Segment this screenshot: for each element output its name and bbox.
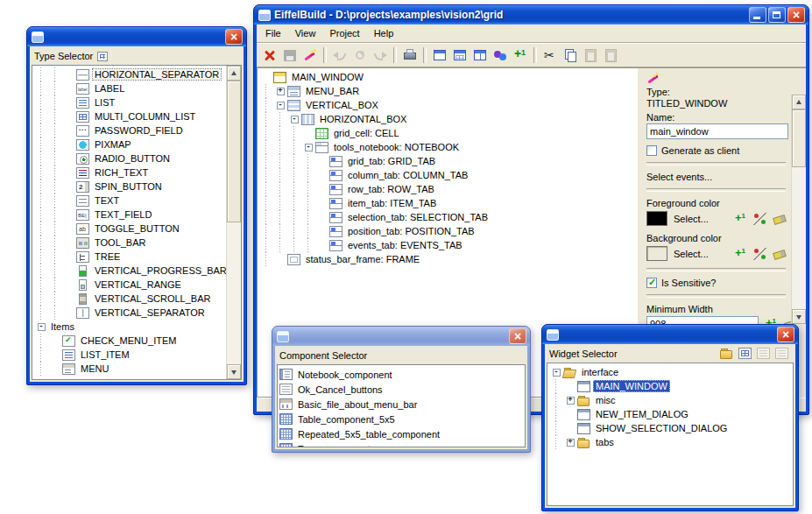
copy-button[interactable] — [561, 46, 580, 65]
tree-item-main-window[interactable]: MAIN_WINDOW — [547, 379, 793, 393]
tree-item-vertical-box[interactable]: -VERTICAL_BOX — [258, 98, 638, 112]
scroll-down-button[interactable] — [227, 364, 241, 379]
scroll-thumb[interactable] — [792, 109, 806, 167]
tree-item-multi-column-list[interactable]: MULTI_COLUMN_LIST — [32, 109, 226, 123]
expander-plus[interactable]: + — [273, 88, 287, 95]
tree-item-list-item[interactable]: LIST_ITEM — [32, 348, 226, 362]
debug-objects-button[interactable] — [491, 46, 510, 65]
expander-minus[interactable]: - — [301, 144, 315, 151]
list-item-basic-file-about-menu-bar[interactable]: Basic_file_about_menu_bar — [278, 397, 525, 412]
eraser-icon[interactable] — [773, 248, 786, 260]
expander-plus[interactable]: + — [563, 439, 577, 447]
tree-item-toggle-button[interactable]: TOGGLE_BUTTON — [32, 222, 226, 236]
close-button[interactable] — [225, 29, 243, 45]
expander-minus[interactable]: - — [549, 369, 563, 377]
scroll-thumb[interactable] — [227, 81, 241, 222]
tree-item-pixmap[interactable]: PIXMAP — [32, 137, 226, 151]
eraser-icon[interactable] — [773, 213, 786, 225]
scroll-up-button[interactable] — [792, 95, 806, 109]
expander-minus[interactable]: - — [273, 102, 287, 109]
delete-button[interactable] — [260, 46, 279, 65]
maximize-button[interactable] — [768, 7, 786, 23]
tree-item-radio-button[interactable]: RADIO_BUTTON — [32, 151, 226, 165]
tree-item-password-field[interactable]: PASSWORD_FIELD — [32, 123, 226, 137]
close-button[interactable] — [777, 327, 794, 342]
pick-and-drop-icon[interactable] — [753, 248, 766, 260]
tree-item-position-tab-position-tab[interactable]: position_tab: POSITION_TAB — [258, 224, 638, 238]
cut-button[interactable] — [540, 46, 560, 65]
add-one-icon[interactable] — [734, 248, 747, 260]
tree-item-item-tab-item-tab[interactable]: item_tab: ITEM_TAB — [258, 196, 638, 210]
menu-view[interactable]: View — [288, 26, 323, 40]
tree-item-show-selection-dialog[interactable]: SHOW_SELECTION_DIALOG — [547, 421, 793, 435]
new-widget-button[interactable] — [738, 348, 754, 361]
component-selector-title-bar[interactable] — [272, 327, 530, 346]
list-item-repeated-5x5-table-component[interactable]: Repeated_5x5_table_component — [278, 426, 525, 441]
scroll-track[interactable] — [227, 222, 241, 364]
tree-item-menu-bar[interactable]: +MENU_BAR — [258, 84, 638, 98]
tree-item-vertical-progress-bar[interactable]: VERTICAL_PROGRESS_BAR — [32, 264, 226, 278]
name-input[interactable] — [646, 123, 788, 139]
window-grid-button[interactable] — [450, 46, 470, 65]
list-item-table-component-5x5[interactable]: Table_component_5x5 — [278, 412, 525, 426]
close-button[interactable] — [509, 328, 526, 344]
tree-item-status-bar-frame-frame[interactable]: status_bar_frame: FRAME — [258, 252, 638, 266]
tree-item-events-tab-events-tab[interactable]: events_tab: EVENTS_TAB — [258, 238, 638, 252]
expander-minus[interactable]: - — [287, 116, 301, 123]
wand-icon[interactable] — [646, 72, 660, 84]
background-select[interactable]: Select... — [674, 249, 728, 259]
menu-project[interactable]: Project — [322, 26, 366, 40]
select-events-link[interactable]: Select events... — [646, 172, 786, 182]
tree-item-check-menu-item[interactable]: CHECK_MENU_ITEM — [32, 334, 226, 348]
tree-item-text-field[interactable]: TEXT_FIELD — [32, 208, 226, 222]
expander-plus[interactable]: + — [563, 397, 577, 405]
tree-item-tools-notebook-notebook[interactable]: -tools_notebook: NOTEBOOK — [258, 140, 638, 154]
style-wand-button[interactable] — [300, 46, 320, 65]
pick-and-drop-icon[interactable] — [753, 213, 766, 225]
window-split-button[interactable] — [470, 46, 490, 65]
type-selector-title-bar[interactable] — [27, 27, 246, 46]
tree-item-items[interactable]: -Items — [32, 320, 226, 334]
tree-item-text[interactable]: TEXT — [32, 194, 226, 208]
properties-scrollbar[interactable] — [791, 95, 806, 324]
foreground-swatch[interactable] — [646, 211, 667, 226]
list-item-ok-cancel-buttons[interactable]: Ok_Cancel_buttons — [278, 382, 525, 397]
list-item-notebook-component[interactable]: Notebook_component — [278, 367, 525, 382]
window-preview-button[interactable] — [430, 46, 449, 65]
new-folder-button[interactable] — [720, 348, 736, 361]
tree-item-vertical-separator[interactable]: VERTICAL_SEPARATOR — [32, 306, 226, 320]
background-swatch[interactable] — [646, 246, 667, 261]
tree-item-tabs[interactable]: +tabs — [547, 435, 793, 449]
add-one-button[interactable] — [511, 46, 530, 65]
generate-as-client-checkbox[interactable]: Generate as client — [646, 145, 786, 156]
tree-item-selection-tab-selection-tab[interactable]: selection_tab: SELECTION_TAB — [258, 210, 638, 224]
tree-item-new-item-dialog[interactable]: NEW_ITEM_DIALOG — [547, 407, 793, 421]
tree-item-main-window[interactable]: MAIN_WINDOW — [258, 70, 638, 84]
list-item-tree-component[interactable]: Tree_component — [278, 441, 525, 447]
tree-item-misc[interactable]: +misc — [547, 393, 793, 407]
tree-item-horizontal-box[interactable]: -HORIZONTAL_BOX — [258, 112, 638, 126]
foreground-select[interactable]: Select... — [674, 214, 728, 224]
tree-item-column-tab-column-tab[interactable]: column_tab: COLUMN_TAB — [258, 168, 638, 182]
tree-item-row-tab-row-tab[interactable]: row_tab: ROW_TAB — [258, 182, 638, 196]
is-sensitive-checkbox[interactable]: Is Sensitive? — [646, 278, 786, 288]
tree-item-horizontal-separator[interactable]: HORIZONTAL_SEPARATOR — [32, 67, 226, 81]
tree-item-label[interactable]: LABEL — [32, 81, 226, 95]
tree-item-grid-cell-cell[interactable]: grid_cell: CELL — [258, 126, 638, 140]
menu-help[interactable]: Help — [367, 26, 401, 40]
tree-item-rich-text[interactable]: RICH_TEXT — [32, 165, 226, 180]
tree-item-menu[interactable]: MENU — [32, 362, 226, 376]
scroll-up-button[interactable] — [227, 66, 241, 81]
tree-item-list[interactable]: LIST — [32, 95, 226, 109]
menu-file[interactable]: File — [258, 26, 288, 40]
scroll-down-button[interactable] — [792, 309, 806, 324]
tree-item-tool-bar[interactable]: TOOL_BAR — [32, 236, 226, 250]
type-selector-scrollbar[interactable] — [226, 66, 241, 379]
tree-item-spin-button[interactable]: SPIN_BUTTON — [32, 180, 226, 194]
scroll-track[interactable] — [792, 167, 806, 309]
generate-button[interactable] — [400, 46, 420, 65]
tree-item-interface[interactable]: -interface — [547, 365, 793, 379]
tree-item-tree[interactable]: TREE — [32, 250, 226, 264]
minimize-button[interactable] — [749, 7, 766, 23]
close-button[interactable] — [787, 7, 805, 23]
